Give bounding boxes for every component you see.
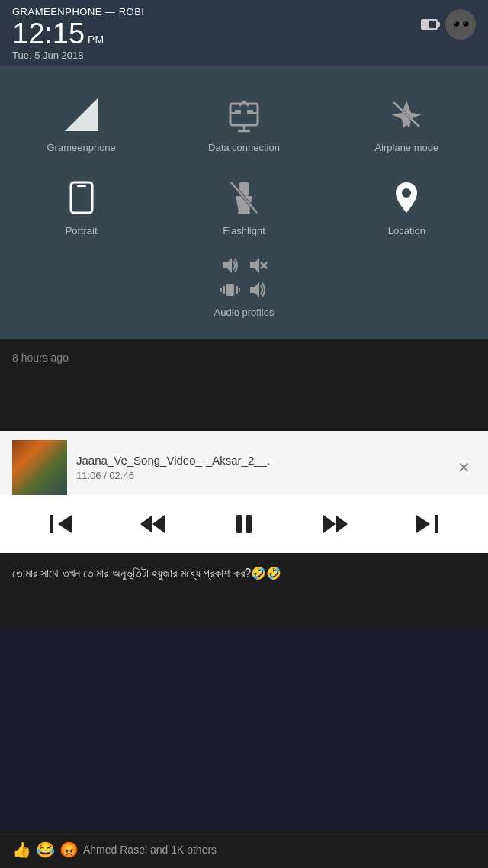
status-right: 🕶️	[421, 6, 476, 40]
svg-marker-35	[336, 515, 348, 533]
qs-item-location[interactable]: Location	[326, 164, 488, 247]
svg-rect-37	[435, 515, 438, 533]
qs-label-grameenphone: Grameenphone	[47, 142, 115, 153]
battery-fill	[422, 21, 429, 28]
data-connection-icon	[224, 95, 264, 134]
media-close-button[interactable]: ✕	[451, 455, 476, 480]
time-display: 12:15	[12, 19, 85, 48]
status-bar: GRAMEENPHONE — ROBI 12:15 PM Tue, 5 Jun …	[0, 0, 488, 66]
svg-rect-1	[230, 104, 258, 125]
svg-rect-26	[239, 288, 240, 292]
audio-icons-row	[220, 255, 268, 276]
svg-rect-23	[223, 286, 225, 294]
comment-area: তোমার সাথে তখন তোমার অনুভূতিটা হয়ুজার ম…	[0, 553, 488, 629]
time-block: 12:15 PM	[12, 19, 144, 48]
status-left: GRAMEENPHONE — ROBI 12:15 PM Tue, 5 Jun …	[12, 6, 144, 61]
qs-label-location: Location	[388, 225, 425, 236]
audio-icons-row-2	[220, 279, 268, 301]
svg-marker-30	[140, 515, 152, 533]
qs-item-portrait[interactable]: Portrait	[0, 164, 162, 247]
svg-marker-18	[223, 258, 232, 273]
qs-item-data-connection[interactable]: Data connection	[162, 81, 325, 164]
qs-label-airplane-mode: Airplane mode	[374, 142, 438, 153]
qs-item-flashlight[interactable]: Flashlight	[162, 164, 325, 247]
media-time: 11:06 / 02:46	[76, 470, 442, 481]
svg-rect-22	[226, 284, 234, 296]
svg-marker-29	[58, 515, 72, 533]
reactions-count-text: Ahmed Rasel and 1K others	[83, 844, 217, 856]
media-title: Jaana_Ve_Song_Video_-_Aksar_2__.	[76, 454, 305, 467]
svg-marker-0	[65, 98, 98, 131]
quick-settings-panel: Grameenphone Data connection	[0, 66, 488, 339]
media-info: Jaana_Ve_Song_Video_-_Aksar_2__. 11:06 /…	[76, 454, 442, 481]
svg-rect-28	[50, 515, 53, 533]
airplane-mode-icon	[387, 95, 426, 134]
qs-label-portrait: Portrait	[66, 225, 98, 236]
svg-marker-34	[323, 515, 336, 533]
bg-content-area: 8 hours ago	[0, 339, 488, 431]
svg-rect-32	[236, 515, 242, 533]
flashlight-icon	[224, 178, 264, 217]
media-player-top: Jaana_Ve_Song_Video_-_Aksar_2__. 11:06 /…	[12, 440, 476, 495]
portrait-icon	[62, 178, 101, 217]
location-icon	[387, 178, 426, 217]
qs-item-grameenphone[interactable]: Grameenphone	[0, 81, 162, 164]
time-ampm: PM	[88, 34, 104, 46]
audio-profiles-label: Audio profiles	[214, 307, 274, 318]
hours-ago-text: 8 hours ago	[12, 352, 69, 364]
media-controls-bar	[0, 495, 488, 553]
avatar: 🕶️	[445, 9, 476, 40]
reactions-bar: 👍 😂 😡 Ahmed Rasel and 1K others	[0, 831, 488, 868]
skip-to-start-button[interactable]	[43, 506, 79, 542]
fast-forward-button[interactable]	[317, 506, 354, 542]
qs-label-data-connection: Data connection	[208, 142, 280, 153]
svg-marker-36	[416, 515, 430, 533]
signal-icon	[62, 95, 101, 134]
date-display: Tue, 5 Jun 2018	[12, 50, 144, 61]
pause-button[interactable]	[226, 506, 262, 542]
carrier-text: GRAMEENPHONE — ROBI	[12, 6, 144, 18]
avatar-image: 🕶️	[451, 14, 471, 34]
svg-marker-19	[250, 258, 259, 273]
svg-rect-24	[236, 286, 238, 294]
svg-rect-33	[246, 515, 252, 533]
haha-emoji: 😂	[36, 841, 55, 859]
skip-to-end-button[interactable]	[409, 506, 445, 542]
angry-emoji: 😡	[59, 841, 79, 859]
svg-marker-31	[152, 515, 165, 533]
comment-bengali-text: তোমার সাথে তখন তোমার অনুভূতিটা হয়ুজার ম…	[12, 564, 476, 583]
qs-label-flashlight: Flashlight	[223, 225, 265, 236]
svg-marker-27	[250, 282, 259, 297]
quick-settings-grid: Grameenphone Data connection	[0, 81, 488, 247]
battery-icon	[421, 19, 438, 30]
audio-profiles-section[interactable]: Audio profiles	[0, 247, 488, 321]
like-emoji: 👍	[12, 841, 31, 859]
qs-item-airplane-mode[interactable]: Airplane mode	[326, 81, 488, 164]
svg-rect-11	[77, 185, 86, 187]
media-player-notification: Jaana_Ve_Song_Video_-_Aksar_2__. 11:06 /…	[0, 431, 488, 495]
rewind-button[interactable]	[134, 506, 171, 542]
media-thumbnail	[12, 440, 67, 495]
svg-point-17	[402, 188, 411, 198]
media-thumb-image	[12, 440, 67, 495]
svg-rect-25	[220, 288, 222, 292]
svg-rect-14	[238, 211, 250, 214]
